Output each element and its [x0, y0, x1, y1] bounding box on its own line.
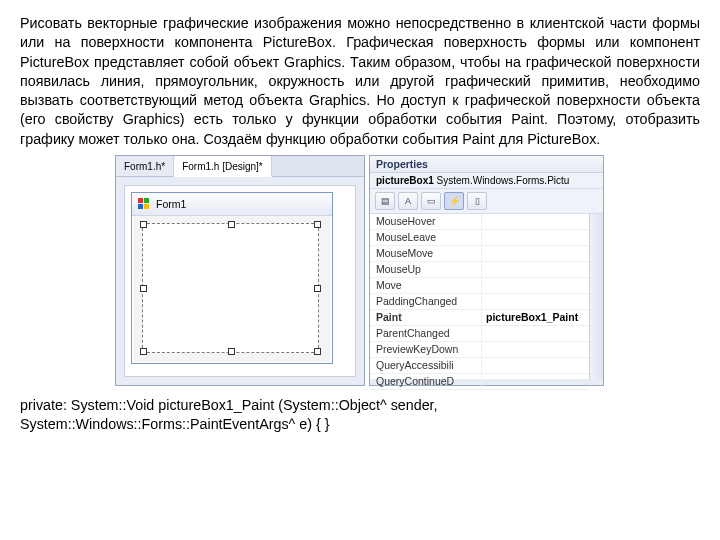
designer-pane: Form1.h* Form1.h [Design]* Form1 [115, 155, 365, 386]
tab-code[interactable]: Form1.h* [116, 156, 174, 176]
scrollbar[interactable] [589, 214, 603, 379]
properties-pane: Properties pictureBox1 System.Windows.Fo… [369, 155, 604, 386]
window-icon [138, 198, 151, 210]
properties-toolbar: ▤ A ▭ ⚡ ▯ [370, 189, 603, 214]
form-window[interactable]: Form1 [131, 192, 333, 364]
props-button[interactable]: ▭ [421, 192, 441, 210]
code-snippet: private: System::Void pictureBox1_Paint … [20, 396, 700, 435]
events-button[interactable]: ⚡ [444, 192, 464, 210]
body-paragraph: Рисовать векторные графические изображен… [20, 14, 700, 149]
properties-title: Properties [370, 156, 603, 173]
form-titlebar: Form1 [132, 193, 332, 216]
ide-figure: Form1.h* Form1.h [Design]* Form1 [115, 155, 605, 386]
form-canvas: Form1 [124, 185, 356, 377]
tabstrip: Form1.h* Form1.h [Design]* [116, 156, 364, 177]
form-title: Form1 [156, 198, 186, 210]
alpha-button[interactable]: A [398, 192, 418, 210]
pages-button[interactable]: ▯ [467, 192, 487, 210]
picture-box[interactable] [142, 223, 319, 353]
properties-object[interactable]: pictureBox1 System.Windows.Forms.Pictu [370, 173, 603, 189]
events-grid[interactable]: MouseHover MouseLeave MouseMove MouseUp … [370, 214, 589, 379]
tab-design[interactable]: Form1.h [Design]* [174, 156, 272, 177]
categorize-button[interactable]: ▤ [375, 192, 395, 210]
